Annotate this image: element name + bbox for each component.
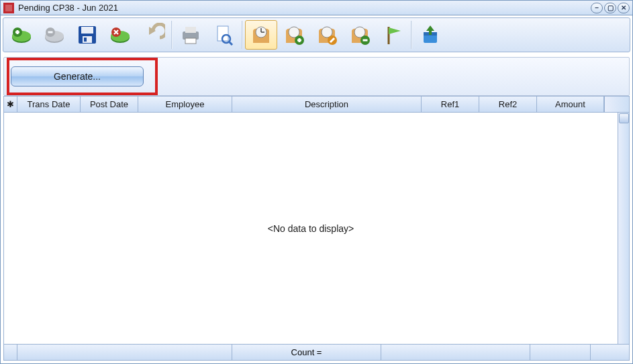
grid-body-wrap: <No data to display> (4, 113, 629, 344)
generate-bar: Generate... (3, 57, 630, 96)
col-post-date[interactable]: Post Date (81, 97, 138, 113)
generate-button[interactable]: Generate... (11, 66, 144, 86)
svg-rect-6 (17, 30, 19, 34)
add-icon[interactable] (5, 20, 38, 50)
print-icon[interactable] (175, 20, 207, 50)
footer-amount (530, 344, 591, 360)
toolbar-separator (411, 21, 412, 49)
svg-rect-31 (299, 38, 301, 42)
toolbar-wrap (1, 15, 632, 54)
minimize-button[interactable]: – (591, 3, 603, 13)
window-controls: – ▢ ✕ (591, 3, 630, 13)
footer-count: Count = (232, 344, 381, 360)
body-area: Generate... ✱ Trans Date Post Date Emplo… (1, 54, 632, 363)
col-employee[interactable]: Employee (138, 97, 232, 113)
app-icon (3, 3, 14, 13)
svg-rect-20 (185, 27, 196, 33)
toolbar-separator (242, 21, 243, 49)
svg-rect-12 (81, 27, 93, 34)
titlebar: Pending CP38 - Jun 2021 – ▢ ✕ (1, 1, 632, 15)
preview-icon[interactable] (207, 20, 240, 50)
grid-header: ✱ Trans Date Post Date Employee Descript… (4, 97, 629, 113)
row-indicator-header[interactable]: ✱ (4, 97, 17, 113)
schedule-edit-icon[interactable] (311, 20, 343, 50)
window-title: Pending CP38 - Jun 2021 (18, 3, 591, 13)
svg-line-24 (229, 42, 232, 45)
col-trans-date[interactable]: Trans Date (17, 97, 81, 113)
save-icon[interactable] (71, 20, 103, 50)
toolbar-separator (171, 21, 173, 49)
svg-rect-21 (185, 38, 196, 44)
data-grid: ✱ Trans Date Post Date Employee Descript… (3, 96, 630, 361)
header-filler (604, 97, 629, 113)
schedule-add-icon[interactable] (278, 20, 310, 50)
grid-empty-message: <No data to display> (4, 113, 618, 344)
undo-icon[interactable] (137, 20, 169, 50)
col-ref1[interactable]: Ref1 (422, 97, 479, 113)
footer-filler (591, 344, 629, 360)
flag-icon[interactable] (377, 20, 409, 50)
grid-footer: Count = (4, 344, 629, 360)
svg-rect-14 (84, 38, 87, 42)
svg-rect-1 (5, 5, 12, 11)
import-icon[interactable] (414, 20, 446, 50)
col-amount[interactable]: Amount (537, 97, 604, 113)
window-root: Pending CP38 - Jun 2021 – ▢ ✕ (0, 0, 633, 364)
maximize-button[interactable]: ▢ (604, 3, 616, 13)
discard-icon[interactable] (104, 20, 136, 50)
col-ref2[interactable]: Ref2 (479, 97, 537, 113)
close-button[interactable]: ✕ (618, 3, 630, 13)
footer-spacer-left (17, 344, 232, 360)
svg-rect-36 (363, 40, 368, 42)
footer-spacer-mid (381, 344, 530, 360)
schedule-remove-icon[interactable] (344, 20, 376, 50)
schedule-icon[interactable] (245, 20, 277, 50)
vertical-scrollbar[interactable] (618, 113, 629, 344)
remove-icon[interactable] (38, 20, 70, 50)
col-description[interactable]: Description (232, 97, 422, 113)
footer-indicator (4, 344, 17, 360)
svg-rect-10 (48, 32, 53, 34)
toolbar (3, 17, 630, 52)
